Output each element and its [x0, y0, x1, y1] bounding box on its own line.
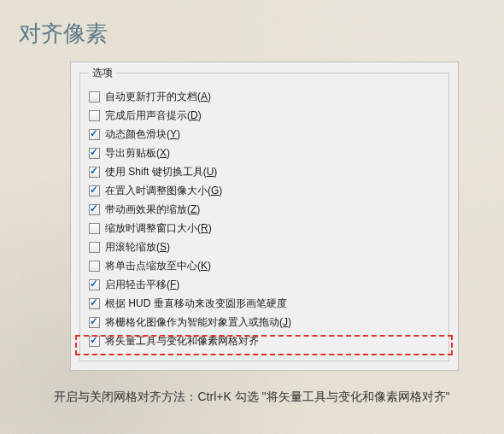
option-row-0[interactable]: 自动更新打开的文档(A) [89, 87, 440, 106]
option-label-6: 带动画效果的缩放(Z) [105, 202, 200, 217]
options-legend: 选项 [89, 66, 116, 80]
checkbox-3[interactable] [89, 148, 100, 159]
option-label-9: 将单击点缩放至中心(K) [105, 259, 211, 273]
option-label-4: 使用 Shift 键切换工具(U) [105, 165, 217, 179]
instruction-caption: 开启与关闭网格对齐方法：Ctrl+K 勾选 "将矢量工具与变化和像素网格对齐" [0, 390, 504, 405]
option-row-9[interactable]: 将单击点缩放至中心(K) [89, 256, 440, 275]
option-label-13: 将矢量工具与变化和像素网格对齐 [105, 334, 259, 349]
option-row-6[interactable]: 带动画效果的缩放(Z) [89, 200, 440, 219]
checkbox-8[interactable] [89, 242, 100, 253]
checkbox-5[interactable] [89, 185, 100, 196]
option-row-5[interactable]: 在置入时调整图像大小(G) [89, 181, 440, 200]
option-row-11[interactable]: 根据 HUD 垂直移动来改变圆形画笔硬度 [89, 294, 440, 313]
option-label-5: 在置入时调整图像大小(G) [105, 184, 222, 198]
option-row-13[interactable]: 将矢量工具与变化和像素网格对齐 [89, 331, 440, 350]
checkbox-2[interactable] [89, 129, 100, 140]
option-row-8[interactable]: 用滚轮缩放(S) [89, 238, 440, 256]
checkbox-6[interactable] [89, 204, 100, 215]
option-row-10[interactable]: 启用轻击平移(F) [89, 275, 440, 294]
options-fieldset: 选项 自动更新打开的文档(A)完成后用声音提示(D)动态颜色滑块(Y)导出剪贴板… [79, 66, 449, 361]
checkbox-1[interactable] [89, 110, 100, 121]
option-label-8: 用滚轮缩放(S) [105, 240, 170, 255]
checkbox-4[interactable] [89, 167, 100, 178]
option-row-4[interactable]: 使用 Shift 键切换工具(U) [89, 162, 440, 181]
checkbox-11[interactable] [89, 298, 100, 309]
option-label-12: 将栅格化图像作为智能对象置入或拖动(J) [105, 315, 291, 330]
page-title: 对齐像素 [19, 19, 108, 49]
checkbox-13[interactable] [89, 336, 100, 347]
checkbox-10[interactable] [89, 279, 100, 290]
option-row-2[interactable]: 动态颜色滑块(Y) [89, 125, 440, 144]
option-label-3: 导出剪贴板(X) [105, 146, 170, 161]
options-panel: 选项 自动更新打开的文档(A)完成后用声音提示(D)动态颜色滑块(Y)导出剪贴板… [70, 62, 459, 371]
checkbox-9[interactable] [89, 261, 100, 272]
option-label-0: 自动更新打开的文档(A) [105, 90, 211, 104]
option-row-7[interactable]: 缩放时调整窗口大小(R) [89, 219, 440, 238]
option-label-10: 启用轻击平移(F) [105, 278, 179, 292]
option-row-3[interactable]: 导出剪贴板(X) [89, 144, 440, 162]
option-label-7: 缩放时调整窗口大小(R) [105, 221, 212, 236]
checkbox-7[interactable] [89, 223, 100, 234]
option-label-11: 根据 HUD 垂直移动来改变圆形画笔硬度 [105, 296, 287, 311]
option-label-1: 完成后用声音提示(D) [105, 108, 202, 123]
option-label-2: 动态颜色滑块(Y) [105, 127, 180, 142]
option-row-1[interactable]: 完成后用声音提示(D) [89, 106, 440, 125]
checkbox-0[interactable] [89, 91, 100, 103]
checkbox-12[interactable] [89, 317, 100, 328]
option-row-12[interactable]: 将栅格化图像作为智能对象置入或拖动(J) [89, 313, 440, 331]
